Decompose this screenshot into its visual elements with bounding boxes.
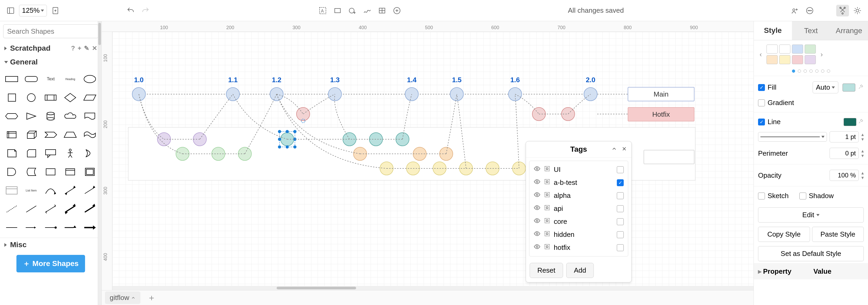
pager-dot[interactable] bbox=[792, 70, 795, 73]
line-width-input[interactable]: 1 pt bbox=[830, 131, 859, 142]
shape-arrow[interactable] bbox=[81, 182, 99, 199]
tag-checkbox[interactable] bbox=[617, 218, 624, 225]
stepper-icon[interactable]: ▴▾ bbox=[861, 170, 864, 180]
shape-hexagon[interactable] bbox=[3, 108, 21, 124]
redo-button[interactable] bbox=[139, 5, 152, 17]
shape-cloud[interactable] bbox=[61, 108, 79, 124]
more-shapes-button[interactable]: ＋ More Shapes bbox=[17, 255, 85, 272]
shape-connector-3[interactable] bbox=[42, 219, 60, 236]
shape-bidir-thin[interactable] bbox=[42, 200, 60, 218]
format-panel-toggle[interactable] bbox=[836, 5, 849, 17]
gradient-checkbox[interactable] bbox=[758, 100, 765, 106]
shape-square[interactable] bbox=[3, 89, 21, 106]
shape-container[interactable] bbox=[42, 163, 60, 181]
shape-thick-arrow[interactable] bbox=[81, 200, 99, 218]
tags-reset-button[interactable]: Reset bbox=[530, 263, 563, 278]
tab-arrange[interactable]: Arrange bbox=[830, 21, 868, 40]
set-default-style-button[interactable]: Set as Default Style bbox=[758, 246, 864, 261]
shape-and[interactable] bbox=[3, 163, 21, 181]
eyedropper-icon[interactable] bbox=[858, 83, 864, 91]
text-tool-button[interactable]: A bbox=[316, 5, 329, 17]
left-scrollbar[interactable] bbox=[98, 21, 101, 305]
line-color-swatch[interactable] bbox=[844, 118, 856, 126]
tag-select-icon[interactable] bbox=[544, 243, 551, 252]
shape-note[interactable] bbox=[3, 145, 21, 162]
tag-checkbox[interactable] bbox=[617, 205, 624, 212]
gitflow-diagram[interactable]: Features Main Hotfix 1.0 bbox=[112, 32, 753, 290]
tag-select-icon[interactable] bbox=[544, 217, 551, 226]
palette-swatch[interactable] bbox=[805, 45, 816, 54]
tag-visibility-icon[interactable] bbox=[534, 230, 540, 239]
tag-select-icon[interactable] bbox=[544, 165, 551, 174]
fill-checkbox[interactable]: ✓ bbox=[758, 84, 765, 91]
shape-connector-4[interactable] bbox=[61, 219, 79, 236]
edit-style-button[interactable]: Edit bbox=[758, 207, 864, 223]
shape-trapezoid[interactable] bbox=[61, 126, 79, 143]
opacity-input[interactable]: 100 % bbox=[830, 170, 859, 181]
new-page-button[interactable] bbox=[49, 5, 62, 17]
shape-connector-1[interactable] bbox=[3, 219, 21, 236]
shape-titled-container[interactable] bbox=[61, 163, 79, 181]
palette-swatch[interactable] bbox=[792, 55, 803, 64]
add-page-button[interactable]: ＋ bbox=[145, 291, 158, 305]
chevron-right-icon[interactable]: ▸ bbox=[758, 267, 762, 276]
shape-connector-5[interactable] bbox=[81, 219, 99, 236]
shape-data-storage[interactable] bbox=[22, 163, 40, 181]
collapse-icon[interactable] bbox=[611, 145, 617, 154]
copy-style-button[interactable]: Copy Style bbox=[758, 227, 810, 242]
tag-checkbox[interactable] bbox=[617, 166, 624, 173]
toggle-sidebar-button[interactable] bbox=[4, 5, 17, 17]
shape-text[interactable]: Text bbox=[42, 71, 60, 87]
shape-thick-bidir[interactable] bbox=[61, 200, 79, 218]
line-checkbox[interactable]: ✓ bbox=[758, 118, 765, 126]
tag-visibility-icon[interactable] bbox=[534, 178, 540, 187]
palette-swatch[interactable] bbox=[767, 55, 778, 64]
tags-add-button[interactable]: Add bbox=[566, 263, 594, 278]
paste-style-button[interactable]: Paste Style bbox=[812, 227, 864, 242]
tags-panel[interactable]: Tags UIa-b-test✓alphaapicorehiddenhotfix… bbox=[526, 141, 632, 282]
table-tool-button[interactable] bbox=[376, 5, 389, 17]
line-style-select[interactable] bbox=[758, 132, 827, 142]
edit-icon[interactable]: ✎ bbox=[84, 45, 89, 52]
shape-process[interactable] bbox=[42, 89, 60, 106]
tag-visibility-icon[interactable] bbox=[534, 243, 540, 252]
misc-section-header[interactable]: Misc bbox=[0, 238, 101, 252]
shape-card[interactable] bbox=[22, 145, 40, 162]
fill-mode-select[interactable]: Auto bbox=[813, 81, 839, 93]
palette-swatch[interactable] bbox=[767, 45, 778, 54]
scratchpad-section-header[interactable]: Scratchpad ? + ✎ ✕ bbox=[0, 41, 101, 55]
pager-dot[interactable] bbox=[798, 70, 801, 73]
theme-toggle-button[interactable] bbox=[851, 5, 864, 17]
eyedropper-icon[interactable] bbox=[858, 118, 864, 126]
tag-select-icon[interactable] bbox=[544, 230, 551, 239]
shape-ellipse[interactable] bbox=[81, 71, 99, 87]
shape-tape[interactable] bbox=[81, 126, 99, 143]
shape-rectangle[interactable] bbox=[3, 71, 21, 87]
tag-visibility-icon[interactable] bbox=[534, 217, 540, 226]
tab-style[interactable]: Style bbox=[754, 21, 792, 40]
stepper-icon[interactable]: ▴▾ bbox=[861, 148, 864, 158]
tab-text[interactable]: Text bbox=[792, 21, 830, 40]
tag-visibility-icon[interactable] bbox=[534, 191, 540, 200]
shape-internal-storage[interactable] bbox=[3, 126, 21, 143]
tag-visibility-icon[interactable] bbox=[534, 204, 540, 213]
palette-swatch[interactable] bbox=[792, 45, 803, 54]
palette-swatch[interactable] bbox=[779, 55, 790, 64]
shape-cylinder[interactable] bbox=[42, 108, 60, 124]
shape-triangle[interactable] bbox=[22, 108, 40, 124]
pager-dot[interactable] bbox=[827, 70, 830, 73]
tag-visibility-icon[interactable] bbox=[534, 165, 540, 174]
shadow-checkbox[interactable] bbox=[799, 193, 806, 199]
shape-callout[interactable] bbox=[42, 145, 60, 162]
shape-circle[interactable] bbox=[22, 89, 40, 106]
palette-swatch[interactable] bbox=[805, 55, 816, 64]
general-section-header[interactable]: General bbox=[0, 55, 101, 69]
tag-select-icon[interactable] bbox=[544, 191, 551, 200]
tag-checkbox[interactable] bbox=[617, 192, 624, 199]
rectangle-tool-button[interactable] bbox=[331, 5, 344, 17]
shape-dashed-line[interactable] bbox=[3, 200, 21, 218]
freehand-tool-button[interactable] bbox=[361, 5, 374, 17]
shape-diamond[interactable] bbox=[61, 89, 79, 106]
shape-step[interactable] bbox=[42, 126, 60, 143]
share-button[interactable] bbox=[788, 5, 801, 17]
